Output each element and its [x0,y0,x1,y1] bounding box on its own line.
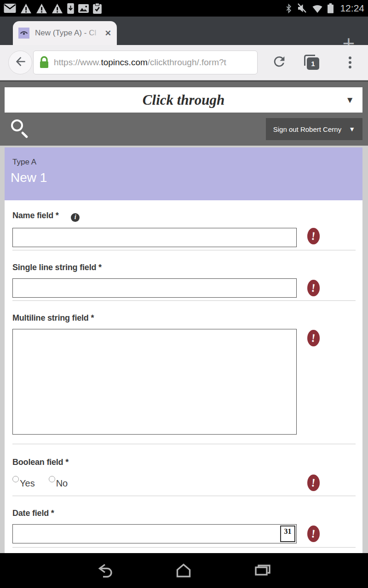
field-group-name: Name field * i ! [12,200,356,250]
tab-title-fade [86,28,102,38]
field-label: Single line string field * [12,262,102,272]
tab-title: New (Type A) - Cl [35,28,102,38]
nav-home-button[interactable] [174,561,193,580]
status-clock: 12:24 [340,3,364,14]
error-icon: ! [307,280,320,296]
screenshot-icon [78,4,89,13]
date-input[interactable] [12,524,297,543]
download-icon [67,3,74,14]
nav-recents-button[interactable] [253,561,272,580]
radio-button-yes[interactable] [12,476,19,482]
info-icon[interactable]: i [71,213,80,222]
menu-dot [349,61,351,64]
error-glyph: ! [311,527,316,540]
wifi-icon [311,4,323,13]
warning-icon [20,3,32,14]
chevron-down-icon[interactable]: ▼ [345,87,354,113]
system-status-icons: 12:24 [285,3,364,14]
error-glyph: ! [311,476,316,489]
chevron-down-icon: ▼ [349,125,355,133]
radio-button-no[interactable] [49,476,55,482]
field-label: Boolean field * [12,457,69,467]
single-line-input[interactable] [12,278,297,298]
error-icon: ! [307,330,320,346]
field-group-multiline: Multiline string field * ! [12,301,356,444]
notification-icons [4,3,102,14]
calendar-icon[interactable]: 31 [280,526,295,542]
boolean-options: Yes No [12,475,356,488]
record-name: New 1 [11,170,47,185]
record-banner: Type A New 1 [5,147,362,200]
menu-dot [349,57,351,59]
error-icon: ! [307,228,320,244]
field-group-single-line: Single line string field * ! [12,250,356,301]
tab-count-badge: 1 [307,57,319,70]
radio-option-no[interactable]: No [49,478,68,488]
url-scheme: https://www. [54,57,101,67]
warning-icon [36,3,47,14]
field-group-date: Date field * 31 ! [12,496,356,548]
url-domain: topincs.com [101,57,147,67]
reload-icon [271,54,287,71]
field-label: Date field * [12,508,54,518]
sign-out-button[interactable]: Sign out Robert Cerny ▼ [266,118,362,140]
battery-icon [328,3,334,13]
https-lock-icon[interactable] [39,56,49,69]
bluetooth-icon [285,3,292,14]
tab-close-icon[interactable]: ✕ [105,28,111,38]
field-group-boolean: Boolean field * Yes No ! [12,444,356,496]
nav-back-button[interactable] [94,561,114,580]
site-header: Click through ▼ Sign out Robert Cerny ▼ [0,80,368,146]
browser-tab-strip: New (Type A) - Cl ✕ + [0,17,368,45]
field-label: Name field * [12,210,59,220]
browser-menu-button[interactable] [341,54,359,71]
tab-switcher-button[interactable]: 1 [303,53,321,72]
email-icon [4,4,16,13]
radio-label-yes: Yes [20,478,35,488]
error-icon: ! [307,475,320,491]
reload-button[interactable] [270,54,288,71]
status-bar: 12:24 [0,0,368,17]
url-path: /clickthrough/.form?t [148,57,226,67]
url-fade [226,57,252,68]
url-text: https://www.topincs.com/clickthrough/.fo… [54,57,252,68]
form-content: Name field * i ! Single line string fiel… [5,200,362,553]
search-button[interactable] [10,119,31,140]
browser-toolbar: https://www.topincs.com/clickthrough/.fo… [0,45,368,80]
back-arrow-icon [12,54,28,71]
menu-dot [349,66,351,68]
mute-icon [296,3,307,14]
nav-home-icon [178,565,190,577]
name-input[interactable] [12,228,297,247]
site-title-dropdown[interactable]: Click through ▼ [5,87,362,113]
url-bar[interactable]: https://www.topincs.com/clickthrough/.fo… [33,51,258,74]
site-favicon-eye-icon [18,28,29,39]
error-glyph: ! [311,281,316,294]
page-viewport: Click through ▼ Sign out Robert Cerny ▼ … [0,80,368,553]
date-input-wrap: 31 [12,524,297,543]
calendar-icon-day: 31 [281,526,294,537]
error-glyph: ! [311,230,316,243]
error-icon: ! [307,526,320,542]
warning-icon [52,3,63,14]
radio-label-no: No [56,478,68,488]
info-glyph: i [75,214,76,221]
browser-tab[interactable]: New (Type A) - Cl ✕ [13,21,117,45]
error-glyph: ! [311,331,316,345]
android-nav-bar [0,553,368,588]
record-type-label: Type A [12,158,36,167]
sign-out-label: Sign out Robert Cerny [273,125,341,133]
page-title: Click through [5,87,362,113]
search-icon [11,119,23,131]
browser-back-button[interactable] [8,51,32,74]
multiline-input[interactable] [12,329,297,435]
search-icon-handle [21,131,29,139]
radio-option-yes[interactable]: Yes [12,478,35,488]
field-label: Multiline string field * [12,313,94,323]
clipboard-check-icon [93,3,102,14]
